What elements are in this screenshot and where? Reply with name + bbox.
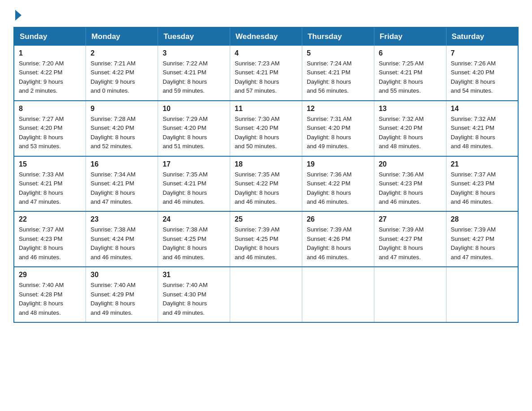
day-info: Sunrise: 7:22 AMSunset: 4:21 PMDaylight:… [163, 59, 225, 96]
calendar-header-row: SundayMondayTuesdayWednesdayThursdayFrid… [14, 27, 518, 46]
day-number: 3 [163, 49, 225, 57]
calendar-cell: 19Sunrise: 7:36 AMSunset: 4:22 PMDayligh… [302, 156, 374, 212]
day-number: 31 [163, 271, 225, 279]
day-number: 15 [19, 160, 81, 168]
day-number: 25 [235, 215, 297, 223]
day-number: 1 [19, 49, 81, 57]
day-info: Sunrise: 7:39 AMSunset: 4:26 PMDaylight:… [307, 225, 369, 262]
day-number: 30 [90, 271, 153, 279]
day-number: 26 [307, 215, 369, 223]
calendar-cell: 24Sunrise: 7:38 AMSunset: 4:25 PMDayligh… [158, 211, 230, 267]
calendar-cell: 1Sunrise: 7:20 AMSunset: 4:22 PMDaylight… [14, 46, 86, 101]
calendar-cell: 12Sunrise: 7:31 AMSunset: 4:20 PMDayligh… [302, 101, 374, 156]
day-info: Sunrise: 7:39 AMSunset: 4:27 PMDaylight:… [451, 225, 513, 262]
day-number: 7 [451, 49, 513, 57]
day-number: 6 [379, 49, 442, 57]
day-info: Sunrise: 7:27 AMSunset: 4:20 PMDaylight:… [19, 115, 81, 151]
week-row-3: 15Sunrise: 7:33 AMSunset: 4:21 PMDayligh… [14, 156, 518, 212]
header-sunday: Sunday [14, 27, 86, 46]
calendar-cell: 23Sunrise: 7:38 AMSunset: 4:24 PMDayligh… [86, 211, 158, 267]
day-number: 17 [163, 160, 225, 168]
day-info: Sunrise: 7:35 AMSunset: 4:22 PMDaylight:… [235, 170, 297, 207]
calendar-cell: 21Sunrise: 7:37 AMSunset: 4:23 PMDayligh… [446, 156, 518, 212]
header-wednesday: Wednesday [230, 27, 302, 46]
day-info: Sunrise: 7:29 AMSunset: 4:20 PMDaylight:… [163, 115, 225, 151]
day-info: Sunrise: 7:33 AMSunset: 4:21 PMDaylight:… [19, 170, 81, 207]
day-number: 8 [19, 105, 81, 113]
header-thursday: Thursday [302, 27, 374, 46]
calendar-cell: 10Sunrise: 7:29 AMSunset: 4:20 PMDayligh… [158, 101, 230, 156]
calendar-cell: 7Sunrise: 7:26 AMSunset: 4:20 PMDaylight… [446, 46, 518, 101]
calendar-cell: 27Sunrise: 7:39 AMSunset: 4:27 PMDayligh… [374, 211, 446, 267]
day-number: 28 [451, 215, 513, 223]
calendar-cell: 5Sunrise: 7:24 AMSunset: 4:21 PMDaylight… [302, 46, 374, 101]
day-info: Sunrise: 7:24 AMSunset: 4:21 PMDaylight:… [307, 59, 369, 96]
day-number: 9 [90, 105, 153, 113]
day-number: 21 [451, 160, 513, 168]
calendar-cell: 26Sunrise: 7:39 AMSunset: 4:26 PMDayligh… [302, 211, 374, 267]
day-info: Sunrise: 7:38 AMSunset: 4:24 PMDaylight:… [90, 225, 153, 262]
day-info: Sunrise: 7:21 AMSunset: 4:22 PMDaylight:… [90, 59, 153, 96]
day-info: Sunrise: 7:40 AMSunset: 4:30 PMDaylight:… [163, 281, 225, 317]
day-info: Sunrise: 7:40 AMSunset: 4:28 PMDaylight:… [19, 281, 81, 317]
calendar-cell: 15Sunrise: 7:33 AMSunset: 4:21 PMDayligh… [14, 156, 86, 212]
day-number: 23 [90, 215, 153, 223]
week-row-5: 29Sunrise: 7:40 AMSunset: 4:28 PMDayligh… [14, 267, 518, 322]
day-number: 16 [90, 160, 153, 168]
day-info: Sunrise: 7:20 AMSunset: 4:22 PMDaylight:… [19, 59, 81, 96]
logo-arrow-icon [15, 10, 21, 21]
calendar-cell: 16Sunrise: 7:34 AMSunset: 4:21 PMDayligh… [86, 156, 158, 212]
day-number: 5 [307, 49, 369, 57]
calendar-cell: 29Sunrise: 7:40 AMSunset: 4:28 PMDayligh… [14, 267, 86, 322]
calendar-cell: 11Sunrise: 7:30 AMSunset: 4:20 PMDayligh… [230, 101, 302, 156]
day-info: Sunrise: 7:36 AMSunset: 4:22 PMDaylight:… [307, 170, 369, 207]
calendar-cell: 14Sunrise: 7:32 AMSunset: 4:21 PMDayligh… [446, 101, 518, 156]
calendar-cell: 2Sunrise: 7:21 AMSunset: 4:22 PMDaylight… [86, 46, 158, 101]
header-friday: Friday [374, 27, 446, 46]
day-number: 20 [379, 160, 442, 168]
calendar-cell [446, 267, 518, 322]
day-info: Sunrise: 7:26 AMSunset: 4:20 PMDaylight:… [451, 59, 513, 96]
calendar-cell: 3Sunrise: 7:22 AMSunset: 4:21 PMDaylight… [158, 46, 230, 101]
day-info: Sunrise: 7:23 AMSunset: 4:21 PMDaylight:… [235, 59, 297, 96]
day-info: Sunrise: 7:37 AMSunset: 4:23 PMDaylight:… [19, 225, 81, 262]
calendar-cell [302, 267, 374, 322]
day-number: 18 [235, 160, 297, 168]
calendar-cell: 25Sunrise: 7:39 AMSunset: 4:25 PMDayligh… [230, 211, 302, 267]
day-info: Sunrise: 7:35 AMSunset: 4:21 PMDaylight:… [163, 170, 225, 207]
header-tuesday: Tuesday [158, 27, 230, 46]
calendar-cell: 22Sunrise: 7:37 AMSunset: 4:23 PMDayligh… [14, 211, 86, 267]
day-info: Sunrise: 7:31 AMSunset: 4:20 PMDaylight:… [307, 115, 369, 151]
calendar-cell [230, 267, 302, 322]
calendar-cell: 18Sunrise: 7:35 AMSunset: 4:22 PMDayligh… [230, 156, 302, 212]
calendar-cell: 13Sunrise: 7:32 AMSunset: 4:20 PMDayligh… [374, 101, 446, 156]
header-monday: Monday [86, 27, 158, 46]
logo-top [13, 9, 21, 21]
day-info: Sunrise: 7:38 AMSunset: 4:25 PMDaylight:… [163, 225, 225, 262]
day-info: Sunrise: 7:37 AMSunset: 4:23 PMDaylight:… [451, 170, 513, 207]
calendar-cell: 6Sunrise: 7:25 AMSunset: 4:21 PMDaylight… [374, 46, 446, 101]
week-row-4: 22Sunrise: 7:37 AMSunset: 4:23 PMDayligh… [14, 211, 518, 267]
day-number: 29 [19, 271, 81, 279]
calendar-cell: 9Sunrise: 7:28 AMSunset: 4:20 PMDaylight… [86, 101, 158, 156]
day-number: 11 [235, 105, 297, 113]
calendar-cell: 28Sunrise: 7:39 AMSunset: 4:27 PMDayligh… [446, 211, 518, 267]
day-info: Sunrise: 7:40 AMSunset: 4:29 PMDaylight:… [90, 281, 153, 317]
calendar-cell: 30Sunrise: 7:40 AMSunset: 4:29 PMDayligh… [86, 267, 158, 322]
calendar-cell: 8Sunrise: 7:27 AMSunset: 4:20 PMDaylight… [14, 101, 86, 156]
page-header [13, 9, 519, 19]
week-row-1: 1Sunrise: 7:20 AMSunset: 4:22 PMDaylight… [14, 46, 518, 101]
day-info: Sunrise: 7:30 AMSunset: 4:20 PMDaylight:… [235, 115, 297, 151]
calendar-cell: 20Sunrise: 7:36 AMSunset: 4:23 PMDayligh… [374, 156, 446, 212]
day-info: Sunrise: 7:36 AMSunset: 4:23 PMDaylight:… [379, 170, 442, 207]
logo [13, 9, 21, 19]
day-info: Sunrise: 7:34 AMSunset: 4:21 PMDaylight:… [90, 170, 153, 207]
calendar-cell [374, 267, 446, 322]
week-row-2: 8Sunrise: 7:27 AMSunset: 4:20 PMDaylight… [14, 101, 518, 156]
day-number: 13 [379, 105, 442, 113]
day-info: Sunrise: 7:32 AMSunset: 4:21 PMDaylight:… [451, 115, 513, 151]
day-number: 12 [307, 105, 369, 113]
calendar-cell: 4Sunrise: 7:23 AMSunset: 4:21 PMDaylight… [230, 46, 302, 101]
calendar-cell: 31Sunrise: 7:40 AMSunset: 4:30 PMDayligh… [158, 267, 230, 322]
day-info: Sunrise: 7:39 AMSunset: 4:25 PMDaylight:… [235, 225, 297, 262]
